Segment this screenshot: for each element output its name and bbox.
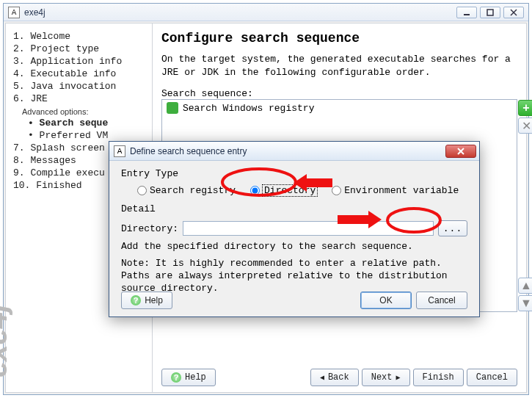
directory-hint: Add the specified directory to the searc… xyxy=(121,241,467,252)
radio-label: Environment variable xyxy=(344,185,459,196)
dialog-cancel-button[interactable]: Cancel xyxy=(416,292,467,309)
dialog-help-button[interactable]: ? Help xyxy=(121,292,172,309)
dialog-footer: ? Help OK Cancel xyxy=(121,292,467,309)
radio-environment-variable[interactable]: Environment variable xyxy=(332,185,459,196)
help-label: Help xyxy=(145,295,163,305)
app-icon: A xyxy=(114,145,125,157)
dialog-title: Define search sequence entry xyxy=(130,146,247,156)
define-entry-dialog: A Define search sequence entry Entry Typ… xyxy=(109,141,480,317)
radio-label: Directory xyxy=(263,185,317,196)
radio-directory[interactable]: Directory xyxy=(250,185,317,196)
directory-note: Note: It is highly recommended to enter … xyxy=(121,258,467,295)
entry-type-label: Entry Type xyxy=(121,168,467,179)
help-icon: ? xyxy=(131,295,141,305)
radio-label: Search registry xyxy=(150,185,236,196)
ok-button[interactable]: OK xyxy=(360,292,412,309)
entry-type-radios: Search registry Directory Environment va… xyxy=(137,185,467,196)
radio-search-registry[interactable]: Search registry xyxy=(137,185,236,196)
detail-label: Detail xyxy=(121,203,467,214)
browse-button[interactable]: ... xyxy=(438,220,467,236)
directory-input[interactable] xyxy=(183,221,434,236)
dialog-titlebar[interactable]: A Define search sequence entry xyxy=(109,142,479,161)
dialog-close-button[interactable] xyxy=(445,145,476,158)
directory-field-label: Directory: xyxy=(121,223,178,234)
